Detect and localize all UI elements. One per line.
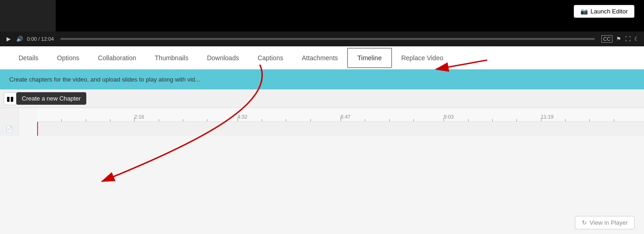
minor-tick [207,119,207,121]
minor-tick [614,119,614,121]
refresh-icon: ↻ [582,219,587,226]
tab-captions[interactable]: Captions [248,49,292,67]
camera-icon: 📷 [580,8,588,15]
moon-icon[interactable]: ☾ [634,36,639,42]
ruler-label-4: 9:03 [444,114,453,120]
ruler-label-1: 2:16 [134,114,144,120]
minor-tick [468,119,469,121]
tab-details[interactable]: Details [9,49,48,67]
ruler-tick-5 [541,118,541,121]
ruler-tick-3 [341,118,341,121]
progress-bar[interactable] [60,38,595,40]
tab-thumbnails[interactable]: Thumbnails [146,49,198,67]
ruler-tick-2 [238,118,238,121]
minor-tick [286,119,286,121]
playhead [37,122,38,136]
tab-timeline[interactable]: Timeline [347,48,392,68]
fullscreen-icon[interactable]: ⛶ [625,36,631,42]
minor-tick [262,119,262,121]
chapter-tooltip-text: Create a new Chapter [22,95,81,102]
slide-track-icon: 📄 [6,126,13,133]
ruler-label-5: 11:19 [541,114,554,120]
minor-tick [389,119,390,121]
launch-editor-area: 📷 Launch Editor [573,5,635,18]
cc-icon[interactable]: CC [601,35,612,43]
create-chapter-tooltip: Create a new Chapter [16,92,86,105]
minor-tick [310,119,311,121]
view-in-player-button[interactable]: ↻ View in Player [575,216,635,229]
flag-icon[interactable]: ⚑ [616,36,621,42]
minor-tick [516,119,517,121]
minor-tick [183,119,183,121]
minor-tick [159,119,159,121]
timeline-toolbar: ▮▮ Create a new Chapter [0,89,644,108]
ruler-label-2: 4:32 [238,114,247,120]
minor-tick [86,119,86,121]
minor-tick [110,119,110,121]
tab-replace-video[interactable]: Replace Video [392,49,453,67]
minor-tick [589,119,590,121]
tab-attachments[interactable]: Attachments [292,49,347,67]
timeline-area: ▮▮ Create a new Chapter 2:16 4:32 6:47 9… [0,89,644,234]
minor-tick [565,119,566,121]
info-banner-text: Create chapters for the video, and uploa… [9,76,200,83]
launch-editor-label: Launch Editor [591,8,628,15]
play-button[interactable]: ▶ [5,35,12,43]
ruler-tick-1 [134,118,135,121]
minor-tick [365,119,365,121]
info-banner: Create chapters for the video, and uploa… [0,70,644,89]
minor-tick [492,119,493,121]
tab-options[interactable]: Options [48,49,89,67]
minor-tick [61,119,62,121]
ruler-tick-4 [444,118,444,121]
tabs-container: Details Options Collaboration Thumbnails… [0,46,644,70]
create-chapter-button[interactable]: ▮▮ [4,92,17,105]
volume-button[interactable]: 🔊 [16,35,23,43]
time-display: 0:00 / 12:04 [27,36,54,42]
tab-downloads[interactable]: Downloads [198,49,248,67]
tab-collaboration[interactable]: Collaboration [89,49,146,67]
launch-editor-button[interactable]: 📷 Launch Editor [573,5,635,18]
minor-tick [413,119,414,121]
view-in-player-area: ↻ View in Player [575,216,635,229]
ruler-label-3: 6:47 [341,114,350,120]
view-in-player-label: View in Player [590,219,628,226]
